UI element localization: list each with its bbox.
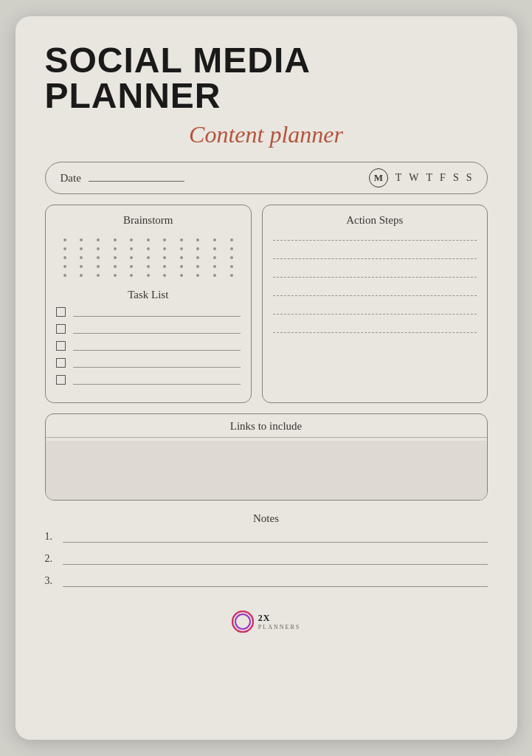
notes-section: Notes 1. 2. 3. [45,512,488,597]
dot [180,256,183,259]
note-line-1 [63,534,488,543]
dot [163,247,166,250]
days-group: M T W T F S S [369,168,472,188]
note-line-3 [63,578,488,587]
dot [163,256,166,259]
dot [114,238,117,241]
dot [114,265,117,268]
dot [180,274,183,277]
action-steps-label: Action Steps [273,214,477,227]
task-line-1 [73,308,241,317]
note-item-2: 2. [45,553,488,565]
brainstorm-box: Brainstorm Task List [45,205,252,403]
dot [196,247,199,250]
dot [63,238,66,241]
date-label: Date [61,172,81,185]
action-line-3 [273,272,477,278]
task-line-4 [73,359,241,368]
task-list-label: Task List [56,289,241,301]
dot [230,247,233,250]
task-checkbox-5[interactable] [56,375,66,385]
date-row: Date M T W T F S S [45,162,488,194]
dot [230,265,233,268]
dot [196,256,199,259]
date-line [89,174,184,182]
day-sunday[interactable]: S [466,172,472,184]
dot [63,256,66,259]
logo-icon [232,611,254,633]
task-item-2 [56,324,241,334]
action-steps-box: Action Steps [262,205,488,403]
dot [230,274,233,277]
dot [114,247,117,250]
day-tuesday[interactable]: T [395,172,402,184]
task-checkbox-1[interactable] [56,307,66,317]
action-line-6 [273,328,477,333]
links-section: Links to include [45,413,488,501]
dot [130,238,133,241]
dot [147,238,150,241]
task-line-5 [73,376,241,385]
dot [97,265,100,268]
dot [213,238,216,241]
task-list-section: Task List [56,289,241,392]
task-item-4 [56,358,241,368]
dot [130,274,133,277]
dot [130,265,133,268]
day-saturday[interactable]: S [453,172,459,184]
task-checkbox-2[interactable] [56,324,66,334]
task-checkbox-3[interactable] [56,341,66,351]
dot [163,274,166,277]
dot [180,265,183,268]
task-checkbox-4[interactable] [56,358,66,368]
dot [230,238,233,241]
dot [147,265,150,268]
day-monday[interactable]: M [369,168,388,188]
note-number-2: 2. [45,553,57,565]
day-thursday[interactable]: T [426,172,433,184]
date-label-group: Date [61,172,184,185]
task-item-3 [56,341,241,351]
dot [213,247,216,250]
task-item-5 [56,375,241,385]
dot [163,265,166,268]
action-line-5 [273,309,477,315]
dot [180,238,183,241]
dot [114,256,117,259]
dot [63,274,66,277]
two-col-section: Brainstorm Task List [45,205,488,403]
notes-label: Notes [45,512,488,525]
dot [130,256,133,259]
note-item-1: 1. [45,531,488,543]
dot [97,238,100,241]
links-body[interactable] [46,441,487,500]
footer: 2X PLANNERS [45,611,488,633]
dot [163,238,166,241]
note-item-3: 3. [45,575,488,587]
dot [230,256,233,259]
dot [180,247,183,250]
dot [147,274,150,277]
dot [97,256,100,259]
note-line-2 [63,556,488,565]
dot [213,256,216,259]
main-title: SOCIAL MEDIA PLANNER [45,43,488,114]
dot [80,238,83,241]
dot [196,238,199,241]
dot [80,274,83,277]
action-line-2 [273,254,477,259]
dot [63,247,66,250]
dot-grid [56,234,241,281]
planner-card: SOCIAL MEDIA PLANNER Content planner Dat… [15,16,517,740]
action-lines [273,236,477,392]
dot [97,274,100,277]
dot [213,265,216,268]
logo-text: 2X [258,613,300,624]
svg-point-2 [239,618,246,625]
task-line-2 [73,325,241,334]
dot [196,265,199,268]
day-friday[interactable]: F [440,172,446,184]
dot [80,265,83,268]
note-number-1: 1. [45,531,57,543]
day-wednesday[interactable]: W [409,172,418,184]
